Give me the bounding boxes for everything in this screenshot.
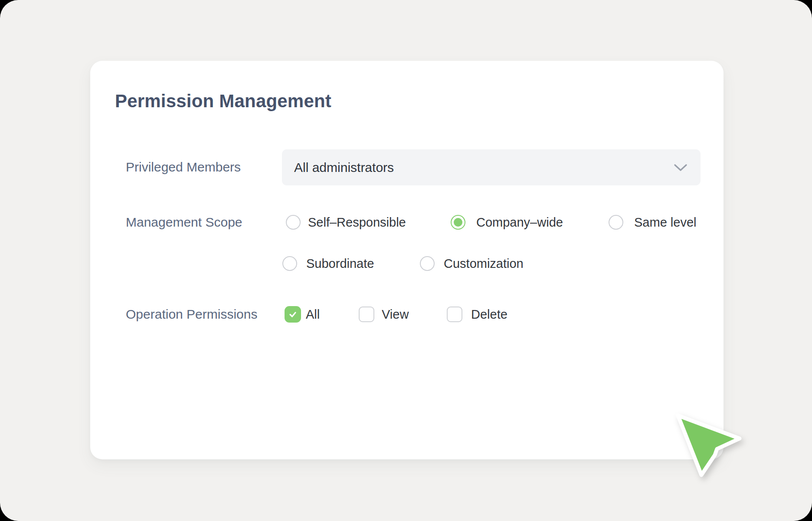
checkbox-delete[interactable]: [447, 307, 462, 322]
privileged-members-value: All administrators: [294, 160, 394, 175]
page-background: Permission Management Privileged Members…: [0, 0, 812, 521]
radio-self-responsible[interactable]: [286, 215, 301, 230]
checkbox-delete-label[interactable]: Delete: [471, 307, 508, 322]
radio-subordinate-label[interactable]: Subordinate: [306, 257, 374, 271]
check-icon: [288, 309, 298, 320]
radio-same-level[interactable]: [609, 215, 623, 230]
privileged-members-select[interactable]: All administrators: [282, 149, 701, 185]
radio-customization-label[interactable]: Customization: [444, 257, 524, 271]
radio-self-responsible-label[interactable]: Self–Responsible: [308, 215, 406, 230]
checkbox-all[interactable]: [285, 306, 301, 323]
chevron-down-icon: [674, 164, 688, 171]
page-title: Permission Management: [115, 91, 331, 112]
permission-management-card: Permission Management Privileged Members…: [90, 61, 724, 459]
radio-same-level-label[interactable]: Same level: [634, 215, 696, 230]
radio-customization[interactable]: [420, 256, 435, 271]
management-scope-label: Management Scope: [126, 215, 242, 230]
radio-company-wide-label[interactable]: Company–wide: [476, 215, 563, 230]
checkbox-all-label[interactable]: All: [306, 307, 320, 322]
checkbox-view[interactable]: [359, 307, 374, 322]
radio-company-wide[interactable]: [451, 215, 465, 230]
operation-permissions-label: Operation Permissions: [126, 307, 257, 322]
privileged-members-label: Privileged Members: [126, 160, 241, 175]
checkbox-view-label[interactable]: View: [382, 307, 409, 322]
radio-subordinate[interactable]: [282, 256, 297, 271]
